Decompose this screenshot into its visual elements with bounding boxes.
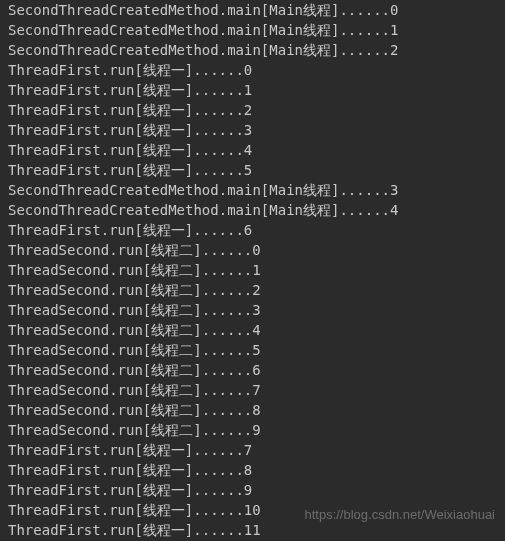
console-line: SecondThreadCreatedMethod.main[Main线程]..… [8, 40, 497, 60]
console-output: SecondThreadCreatedMethod.main[Main线程]..… [0, 0, 505, 540]
console-line: SecondThreadCreatedMethod.main[Main线程]..… [8, 0, 497, 20]
console-line: ThreadSecond.run[线程二]......3 [8, 300, 497, 320]
console-line: ThreadFirst.run[线程一]......9 [8, 480, 497, 500]
console-line: ThreadSecond.run[线程二]......8 [8, 400, 497, 420]
watermark-text: https://blog.csdn.net/Weixiaohuai [304, 505, 495, 525]
console-line: ThreadFirst.run[线程一]......3 [8, 120, 497, 140]
console-line: SecondThreadCreatedMethod.main[Main线程]..… [8, 180, 497, 200]
console-line: ThreadSecond.run[线程二]......7 [8, 380, 497, 400]
console-line: ThreadFirst.run[线程一]......4 [8, 140, 497, 160]
console-line: SecondThreadCreatedMethod.main[Main线程]..… [8, 20, 497, 40]
console-line: ThreadSecond.run[线程二]......2 [8, 280, 497, 300]
console-line: ThreadSecond.run[线程二]......5 [8, 340, 497, 360]
console-line: ThreadSecond.run[线程二]......6 [8, 360, 497, 380]
console-line: ThreadSecond.run[线程二]......4 [8, 320, 497, 340]
console-line: ThreadSecond.run[线程二]......9 [8, 420, 497, 440]
console-line: ThreadFirst.run[线程一]......7 [8, 440, 497, 460]
console-line: ThreadFirst.run[线程一]......6 [8, 220, 497, 240]
console-line: ThreadFirst.run[线程一]......5 [8, 160, 497, 180]
console-line: ThreadFirst.run[线程一]......1 [8, 80, 497, 100]
console-line: ThreadFirst.run[线程一]......8 [8, 460, 497, 480]
console-line: ThreadFirst.run[线程一]......2 [8, 100, 497, 120]
console-line: ThreadSecond.run[线程二]......1 [8, 260, 497, 280]
console-line: ThreadFirst.run[线程一]......0 [8, 60, 497, 80]
console-line: SecondThreadCreatedMethod.main[Main线程]..… [8, 200, 497, 220]
console-line: ThreadSecond.run[线程二]......0 [8, 240, 497, 260]
